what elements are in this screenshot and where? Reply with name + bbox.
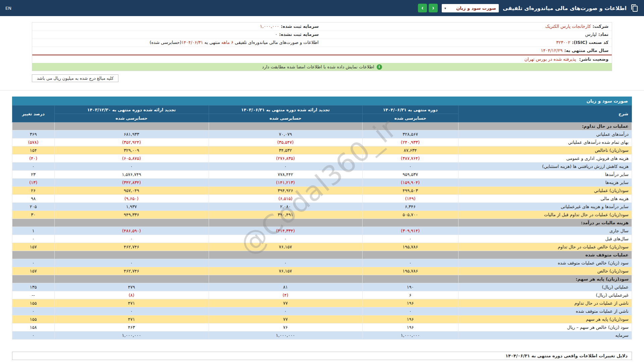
topbar: اطلاعات و صورت‌های مالی میاندوره‌ای تلفی… <box>0 0 644 16</box>
col-header-percent-change: درصد تغییر <box>12 106 55 122</box>
table-row: هزینه های مالی(۱۴۹)(۶,۵۱۵)(۹,۶۵۰)۹۸ <box>12 195 632 203</box>
row-value: (۱۳) <box>12 179 55 187</box>
info-cell: کد صنعت (ISIC):۳۲۳۰۰۲ <box>322 39 612 47</box>
info-value: لپارس <box>585 32 597 37</box>
row-value: ۳۹۴,۹۲۶ <box>209 187 362 195</box>
row-value <box>54 219 209 227</box>
row-value: ۰ <box>362 235 458 243</box>
row-value: ۳۲۹,۰۰۹ <box>54 146 209 155</box>
row-value: ۲,۰۸۰ <box>209 203 362 211</box>
row-value: ۴۷۱ <box>54 299 209 307</box>
row-value: ۱,۵۷۶,۷۴۹ <box>54 171 209 179</box>
row-value <box>54 122 209 130</box>
row-label: سود(زیان) عملیات در حال تداوم قبل از مال… <box>458 211 632 219</box>
row-value: ۱۹۶ <box>362 299 458 307</box>
row-value: (۲۴۰,۹۳۳) <box>362 138 458 146</box>
row-label: سایر درآمدها <box>458 171 632 179</box>
info-label: سرمایه ثبت نشده: <box>279 32 319 37</box>
row-value: ۷۷۸,۴۴۲ <box>209 171 362 179</box>
row-value: ۹۸ <box>12 195 55 203</box>
row-label: عملیات در حال تداوم: <box>458 122 632 130</box>
row-label: سود(زیان) عملیاتي <box>458 187 632 195</box>
row-label: سال‌های قبل <box>458 235 632 243</box>
row-label: سایر درآمدها و هزینه های غیرعملیاتی <box>458 203 632 211</box>
row-value: ۴۷۹ <box>54 283 209 291</box>
row-value: ۷۷ <box>209 299 362 307</box>
row-label: سود(زیان) پایه هر سهم: <box>458 275 632 283</box>
row-value <box>209 122 362 130</box>
row-value: ۸۱ <box>209 283 362 291</box>
row-value: ۷۶ <box>209 323 362 331</box>
row-value: ۳۲۸,۵۶۷ <box>362 130 458 138</box>
row-value: (۳۰۹,۹۱۴) <box>362 227 458 235</box>
publisher-status-value: پذیرفته شده در بورس تهران <box>525 57 576 62</box>
row-value: ۹۵۷,۰۴۹ <box>54 187 209 195</box>
row-label: هزینه های فروش, اداری و عمومی <box>458 155 632 163</box>
section-divider <box>0 90 644 90</box>
row-value: ۱,۰۰۰,۰۰۰ <box>54 331 209 340</box>
next-statement-button[interactable]: › <box>418 4 427 12</box>
info-label: شرکت: <box>593 24 608 29</box>
row-value <box>12 219 55 227</box>
prev-statement-button[interactable]: ‹ <box>429 4 438 12</box>
row-label: سود (زیان) خالص عملیات متوقف شده <box>458 259 632 267</box>
units-note-wrap: کلیه مبالغ درج شده به میلیون ریال می باش… <box>32 74 612 82</box>
row-value: ۷۷ <box>209 315 362 323</box>
table-row: سود(زیان) عملیاتي۴۹۹,۵۰۳۳۹۴,۹۲۶۹۵۷,۰۴۹۲۶ <box>12 187 632 195</box>
row-value: ۲۳ <box>12 171 55 179</box>
row-label: هزینه مالیات بر درآمد: <box>458 219 632 227</box>
table-row: ناشي از عملیات متوقف شده۰۰۰۰ <box>12 307 632 315</box>
info-value: اطلاعات و صورت‌های مالی میاندوره‌ای تلفی… <box>233 40 319 45</box>
row-value: ۰ <box>12 235 55 243</box>
row-value: ۲۶ <box>12 187 55 195</box>
row-value: -- <box>12 291 55 299</box>
row-value: ۰ <box>54 163 209 171</box>
row-label: سایر هزینه‌ها <box>458 179 632 187</box>
col-subheader-audited: حسابرسی شده <box>54 114 209 122</box>
row-value: (۹,۶۵۰) <box>54 195 209 203</box>
row-label: سود (زیان) خالص هر سهم – ریال <box>458 323 632 331</box>
row-value: ۱۹۶ <box>362 315 458 323</box>
row-value: ۰ <box>54 235 209 243</box>
row-value: ۷۶,۱۵۷ <box>209 267 362 275</box>
row-value: ۰ <box>209 163 362 171</box>
document-copy-icon[interactable] <box>631 4 639 12</box>
row-value: ۱ <box>12 227 55 235</box>
table-row: هزینه مالیات بر درآمد: <box>12 219 632 227</box>
row-value: ۰ <box>362 163 458 171</box>
table-row: سود(زیان) ناخالص۸۷,۶۳۴۳۴,۵۳۲۳۲۹,۰۰۹۱۵۴ <box>12 146 632 155</box>
row-value: ۶,۳۴۶ <box>362 203 458 211</box>
table-row: عملیاتي (ریال)۱۹۰۸۱۴۷۹۱۳۵ <box>12 283 632 291</box>
row-value: ۱,۹۳۷ <box>54 203 209 211</box>
row-value <box>362 219 458 227</box>
profit-loss-table: شرح دوره منتهی به ۱۴۰۴/۰۶/۳۱ تجدید ارائه… <box>12 105 632 340</box>
statement-select[interactable]: صورت سود و زیان ▾ <box>442 4 499 12</box>
col-subheader-audited: حسابرسی شده <box>362 114 458 122</box>
row-value: ۱۹۵,۷۸۶ <box>362 243 458 251</box>
language-toggle-en[interactable]: EN <box>5 6 11 11</box>
row-value <box>54 251 209 259</box>
row-value: ۶۸۱,۹۳۳ <box>54 130 209 138</box>
row-value: ۰ <box>12 307 55 315</box>
row-value: ۰ <box>209 259 362 267</box>
row-value: ۹۴۹,۳۳۶ <box>54 211 209 219</box>
row-value: (۶,۵۱۵) <box>209 195 362 203</box>
row-value: (۳۱۴,۳۳۴) <box>209 227 362 235</box>
row-value: (۱۴۱,۲۱۳) <box>209 179 362 187</box>
row-value <box>12 275 55 283</box>
row-value: ۱,۰۰۰,۰۰۰ <box>362 331 458 340</box>
info-cell <box>32 47 322 55</box>
row-value <box>12 122 55 130</box>
publisher-status-row: وضعیت ناشر: پذیرفته شده در بورس تهران <box>32 55 612 63</box>
row-value <box>362 251 458 259</box>
info-cell: سرمایه ثبت نشده:۰ <box>32 31 322 39</box>
row-value: ۰ <box>362 307 458 315</box>
info-value: ۱,۰۰۰,۰۰۰ <box>260 24 279 29</box>
table-row: سرمایه۱,۰۰۰,۰۰۰۱,۰۰۰,۰۰۰۱,۰۰۰,۰۰۰۰ <box>12 331 632 340</box>
row-label: سود(زیان) ناخالص <box>458 146 632 155</box>
table-row: عملیات در حال تداوم: <box>12 122 632 130</box>
row-value: ۹۵۹,۵۳۷ <box>362 171 458 179</box>
row-value: ۱۳۵ <box>12 283 55 291</box>
row-value: ۴۶۲,۷۴۶ <box>54 267 209 275</box>
col-header-description: شرح <box>458 106 632 122</box>
